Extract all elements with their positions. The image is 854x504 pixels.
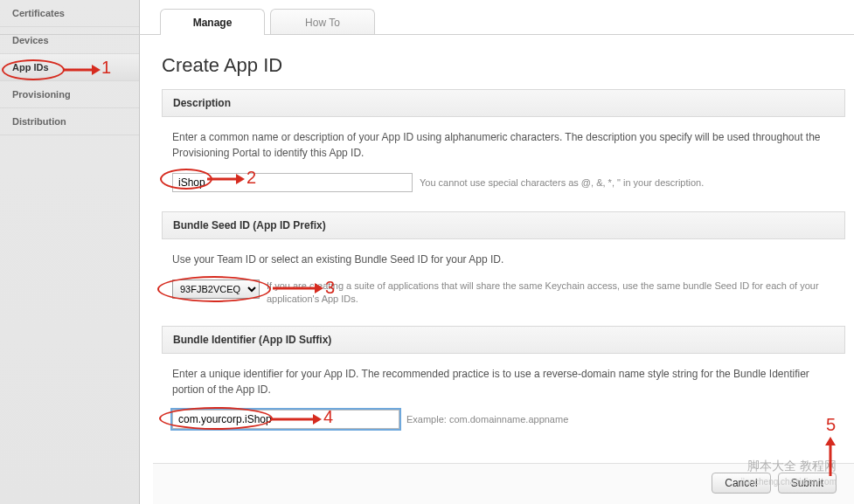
description-text: Enter a common name or description of yo… <box>172 129 835 161</box>
watermark-main: 脚本大全 教程网 <box>747 459 837 474</box>
section-bundle-seed: Bundle Seed ID (App ID Prefix) Use your … <box>162 211 845 326</box>
sidebar-item-label: Devices <box>12 35 49 45</box>
description-hint: You cannot use special characters as @, … <box>420 176 704 190</box>
sidebar-item-app-ids[interactable]: App IDs <box>0 54 139 81</box>
bundle-identifier-hint: Example: com.domainname.appname <box>406 412 568 427</box>
sidebar-item-label: Provisioning <box>12 89 71 100</box>
sidebar-item-label: Distribution <box>12 116 66 127</box>
tab-label: Manage <box>193 17 233 29</box>
section-heading-description: Description <box>162 89 845 117</box>
description-input[interactable] <box>172 173 413 192</box>
section-heading-bundle-seed: Bundle Seed ID (App ID Prefix) <box>162 211 845 239</box>
sidebar-item-devices[interactable]: Devices <box>0 27 139 54</box>
section-description: Description Enter a common name or descr… <box>162 89 845 211</box>
section-bundle-identifier: Bundle Identifier (App ID Suffix) Enter … <box>162 326 845 448</box>
bundle-identifier-input[interactable] <box>172 410 399 429</box>
bundle-id-text: Enter a unique identifier for your App I… <box>172 366 835 397</box>
sidebar: Certificates Devices App IDs Provisionin… <box>0 0 140 504</box>
bundle-seed-hint: If you are creating a suite of applicati… <box>267 280 835 307</box>
tab-label: How To <box>305 17 340 29</box>
sidebar-item-label: Certificates <box>12 8 65 18</box>
bundle-seed-select[interactable]: 93FJB2VCEQ <box>172 280 260 299</box>
bundle-seed-text: Use your Team ID or select an existing B… <box>172 252 835 267</box>
tabs: Manage How To <box>160 9 854 35</box>
tab-manage[interactable]: Manage <box>160 9 265 35</box>
tab-howto[interactable]: How To <box>270 9 375 35</box>
page-title: Create App ID <box>162 54 854 77</box>
content: Manage How To Create App ID Description … <box>153 0 854 504</box>
sidebar-item-label: App IDs <box>12 62 49 72</box>
sidebar-item-certificates[interactable]: Certificates <box>0 0 139 27</box>
sidebar-item-distribution[interactable]: Distribution <box>0 108 139 135</box>
section-heading-bundle-identifier: Bundle Identifier (App ID Suffix) <box>162 326 845 354</box>
watermark-sub: jiaocheng.chazidian.com <box>740 477 837 487</box>
sidebar-item-provisioning[interactable]: Provisioning <box>0 81 139 108</box>
